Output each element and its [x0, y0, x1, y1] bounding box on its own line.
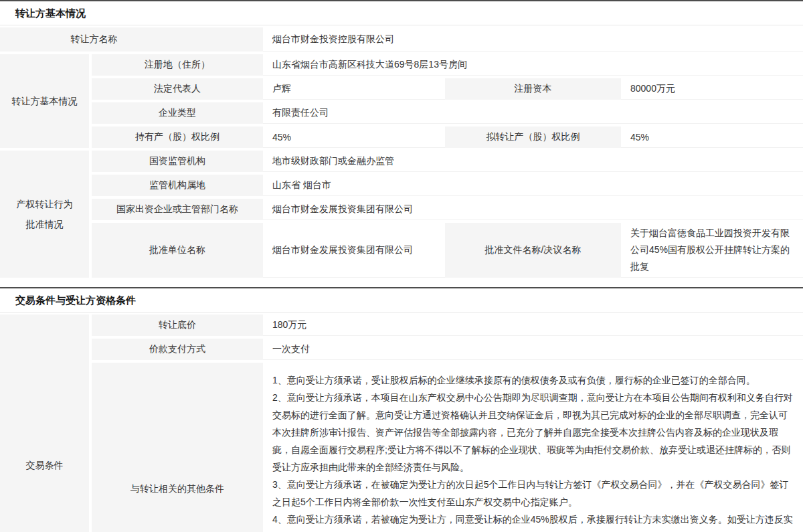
section-transaction-conditions: 交易条件与受让方资格条件 交易条件 转让底价 180万元 价款支付方式 一次支付…: [0, 287, 803, 532]
approval-document-label: 批准文件名称/决议名称: [445, 223, 621, 278]
group-basic-info-rows: 注册地（住所） 山东省烟台市高新区科技大道69号8层13号房间 法定代表人 卢辉…: [92, 54, 803, 151]
table-row-registered-address: 注册地（住所） 山东省烟台市高新区科技大道69号8层13号房间: [92, 54, 803, 76]
base-price-label: 转让底价: [92, 315, 263, 336]
regulator-region-value: 山东省 烟台市: [263, 175, 803, 196]
approver-value: 烟台市财金发展投资集团有限公司: [263, 223, 445, 278]
table-row-regulator-region: 监管机构属地 山东省 烟台市: [92, 175, 803, 196]
registered-capital-value: 80000万元: [621, 78, 803, 100]
payment-method-label: 价款支付方式: [92, 339, 263, 360]
held-equity-ratio-value: 45%: [263, 126, 445, 148]
enterprise-type-label: 企业类型: [92, 102, 263, 124]
transferor-name-value: 烟台市财金投资控股有限公司: [263, 27, 803, 52]
group-transaction-rows: 转让底价 180万元 价款支付方式 一次支付 与转让相关的其他条件 1、意向受让…: [92, 315, 803, 532]
table-row-legal-representative: 法定代表人 卢辉 注册资本 80000万元: [92, 78, 803, 100]
table-row-payment-method: 价款支付方式 一次支付: [92, 339, 803, 360]
group-label-approval-line2: 批准情况: [26, 214, 64, 234]
other-conditions-paragraph-1: 1、意向受让方须承诺，受让股权后标的企业继续承接原有的债权债务及或有负债，履行标…: [272, 371, 794, 389]
table-row-state-enterprise: 国家出资企业或主管部门名称 烟台市财金发展投资集团有限公司: [92, 199, 803, 220]
section-title-transferor: 转让方基本情况: [0, 1, 803, 25]
other-conditions-paragraph-2: 2、意向受让方须承诺，本项目在山东产权交易中心公告期即为尽职调查期，意向受让方在…: [272, 389, 794, 476]
group-label-basic-info: 转让方基本情况: [0, 54, 89, 148]
section-gap: [0, 280, 803, 287]
state-enterprise-label: 国家出资企业或主管部门名称: [92, 199, 263, 220]
table-row-other-conditions: 与转让相关的其他条件 1、意向受让方须承诺，受让股权后标的企业继续承接原有的债权…: [92, 363, 803, 532]
table-row-approver: 批准单位名称 烟台市财金发展投资集团有限公司 批准文件名称/决议名称 关于烟台富…: [92, 223, 803, 278]
group-approval-info: 产权转让行为 批准情况 国资监管机构 地市级财政部门或金融办监管 监管机构属地 …: [0, 151, 803, 280]
table-row-enterprise-type: 企业类型 有限责任公司: [92, 102, 803, 124]
table-row-base-price: 转让底价 180万元: [92, 315, 803, 336]
regulator-value: 地市级财政部门或金融办监管: [263, 151, 803, 172]
legal-representative-label: 法定代表人: [92, 78, 263, 100]
section-title-transaction: 交易条件与受让方资格条件: [0, 288, 803, 313]
other-conditions-paragraph-3: 3、意向受让方须承诺，在被确定为受让方的次日起5个工作日内与转让方签订《产权交易…: [272, 476, 794, 511]
other-conditions-label: 与转让相关的其他条件: [92, 363, 263, 532]
table-row-equity-ratio: 持有产（股）权比例 45% 拟转让产（股）权比例 45%: [92, 126, 803, 148]
base-price-value: 180万元: [263, 315, 803, 336]
other-conditions-paragraph-4: 4、意向受让方须承诺，若被确定为受让方，同意受让标的企业45%股权后，承接履行转…: [272, 511, 794, 532]
transfer-equity-ratio-value: 45%: [621, 126, 803, 148]
group-label-approval-info: 产权转让行为 批准情况: [0, 151, 89, 278]
payment-method-value: 一次支付: [263, 339, 803, 360]
regulator-region-label: 监管机构属地: [92, 175, 263, 196]
approval-document-value: 关于烟台富德食品工业园投资开发有限公司45%国有股权公开挂牌转让方案的批复: [621, 223, 803, 278]
table-row-regulator: 国资监管机构 地市级财政部门或金融办监管: [92, 151, 803, 172]
section-transferor-info: 转让方基本情况 转让方名称 烟台市财金投资控股有限公司 转让方基本情况 注册地（…: [0, 0, 803, 280]
group-label-transaction-conditions: 交易条件: [0, 315, 89, 532]
group-label-approval-line1: 产权转让行为: [17, 194, 73, 214]
registered-address-value: 山东省烟台市高新区科技大道69号8层13号房间: [263, 54, 803, 76]
table-row-transferor-name: 转让方名称 烟台市财金投资控股有限公司: [0, 27, 803, 52]
group-transaction-conditions: 交易条件 转让底价 180万元 价款支付方式 一次支付 与转让相关的其他条件 1…: [0, 315, 803, 532]
state-enterprise-value: 烟台市财金发展投资集团有限公司: [263, 199, 803, 220]
registered-capital-label: 注册资本: [445, 78, 621, 100]
group-approval-info-rows: 国资监管机构 地市级财政部门或金融办监管 监管机构属地 山东省 烟台市 国家出资…: [92, 151, 803, 280]
transfer-equity-ratio-label: 拟转让产（股）权比例: [445, 126, 621, 148]
other-conditions-value: 1、意向受让方须承诺，受让股权后标的企业继续承接原有的债权债务及或有负债，履行标…: [263, 363, 803, 532]
section-transaction-rows: 交易条件 转让底价 180万元 价款支付方式 一次支付 与转让相关的其他条件 1…: [0, 315, 803, 532]
group-basic-info: 转让方基本情况 注册地（住所） 山东省烟台市高新区科技大道69号8层13号房间 …: [0, 54, 803, 151]
listing-detail-page: 转让方基本情况 转让方名称 烟台市财金投资控股有限公司 转让方基本情况 注册地（…: [0, 0, 803, 532]
transferor-name-label: 转让方名称: [0, 27, 263, 52]
enterprise-type-value: 有限责任公司: [263, 102, 803, 124]
approver-label: 批准单位名称: [92, 223, 263, 278]
legal-representative-value: 卢辉: [263, 78, 445, 100]
section-transferor-rows: 转让方名称 烟台市财金投资控股有限公司 转让方基本情况 注册地（住所） 山东省烟…: [0, 27, 803, 280]
held-equity-ratio-label: 持有产（股）权比例: [92, 126, 263, 148]
regulator-label: 国资监管机构: [92, 151, 263, 172]
registered-address-label: 注册地（住所）: [92, 54, 263, 76]
